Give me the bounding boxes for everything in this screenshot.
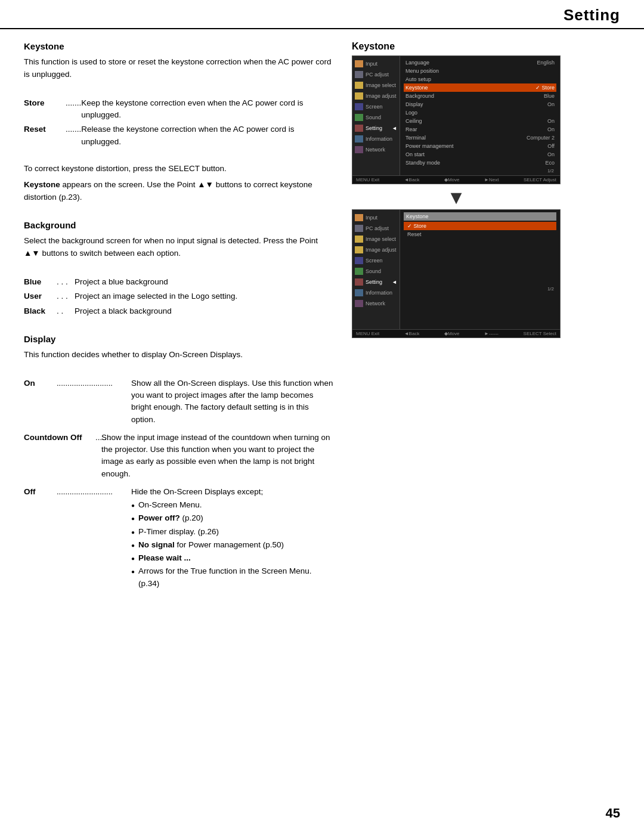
s2-imageselect-icon — [355, 236, 363, 243]
keystone-intro: This function is used to store or reset … — [24, 56, 334, 81]
menu-language: Language English — [404, 58, 556, 67]
network-icon — [355, 146, 363, 153]
s2-setting-icon — [355, 278, 363, 286]
menu-background: Background Blue — [404, 92, 556, 100]
s2-information-icon — [355, 289, 363, 296]
sidebar-sound: Sound — [352, 112, 400, 123]
menu-autosetup: Auto setup — [404, 75, 556, 83]
bg-blue-dots: . . . — [57, 276, 75, 288]
s2-status-exit: MENU Exit — [356, 331, 379, 336]
reset-label: Reset — [24, 123, 66, 148]
sidebar2-sound: Sound — [352, 266, 400, 277]
page-header: Setting — [0, 0, 644, 29]
keystone-reset-item: Reset ....... Release the keystone corre… — [24, 123, 334, 148]
ui-screen-1: Input PC adjust Image select Image adjus… — [352, 55, 561, 184]
keystone-para2-rest: appears on the screen. Use the Point ▲▼ … — [24, 180, 312, 202]
s2-imageadjust-icon — [355, 246, 363, 253]
s2-pcadjust-icon — [355, 225, 363, 232]
keystone-para2: Keystone appears on the screen. Use the … — [24, 179, 334, 204]
store-text: Keep the keystone correction even when t… — [81, 97, 334, 122]
s2-status-next: ►------ — [484, 331, 499, 336]
imageselect-icon — [355, 82, 363, 89]
bg-black-dots: . . — [57, 305, 75, 317]
sound-icon — [355, 114, 363, 121]
sidebar-network: Network — [352, 144, 400, 155]
background-intro: Select the background screen for when no… — [24, 235, 334, 260]
left-column: Keystone This function is used to store … — [24, 41, 334, 608]
menu-powermgmt: Power management Off — [404, 142, 556, 150]
ui-main-panel-1: Language English Menu position Auto setu… — [400, 56, 560, 175]
menu-display: Display On — [404, 100, 556, 109]
pcadjust-icon — [355, 71, 363, 78]
bullet-nosignal: No signal for Power management (p.50) — [131, 539, 334, 551]
sidebar2-imageselect: Image select — [352, 234, 400, 244]
keystone-store-item: Store ....... Keep the keystone correcti… — [24, 97, 334, 122]
bg-blue-label: Blue — [24, 276, 57, 288]
bg-black-item: Black . . Project a black background — [24, 305, 334, 317]
bullet-pleasewait: Please wait ... — [131, 552, 334, 564]
s2-input-icon — [355, 214, 363, 221]
setting-icon — [355, 125, 363, 132]
status-adjust: SELECT Adjust — [524, 177, 556, 182]
sidebar-input-label: Input — [366, 61, 377, 67]
s2-status-move: ◆Move — [444, 331, 460, 336]
sidebar2-pcadjust: PC adjust — [352, 223, 400, 234]
sidebar-pcadjust-label: PC adjust — [366, 72, 389, 78]
submenu-reset: Reset — [404, 230, 556, 239]
submenu-title: Keystone — [404, 212, 556, 221]
background-title: Background — [24, 220, 334, 230]
input-icon — [355, 60, 363, 67]
sidebar2-information: Information — [352, 287, 400, 298]
bg-blue-text: Project a blue background — [75, 276, 168, 288]
ui-sidebar-2: Input PC adjust Image select Image adjus… — [352, 210, 400, 329]
keystone-para1: To correct keystone distortion, press th… — [24, 163, 334, 175]
screen1-pagenum: 1/2 — [404, 168, 556, 174]
s2-status-back: ◄Back — [404, 331, 420, 336]
sidebar-network-label: Network — [366, 147, 385, 153]
display-off-item: Off .......................... Hide the … — [24, 486, 334, 591]
menu-keystone: Keystone ✓ Store — [404, 83, 556, 92]
display-bullets: On-Screen Menu. Power off? (p.20) P-Time… — [131, 499, 334, 590]
bg-user-text: Project an image selected in the Logo se… — [75, 290, 237, 302]
bg-black-label: Black — [24, 305, 57, 317]
status-next: ►Next — [484, 177, 499, 182]
ui-statusbar-2: MENU Exit ◄Back ◆Move ►------ SELECT Sel… — [352, 329, 560, 337]
sidebar-imageselect: Image select — [352, 80, 400, 91]
display-countdown-label: Countdown Off — [24, 432, 95, 480]
menu-logo: Logo — [404, 109, 556, 117]
bullet-ptimer: P-Timer display. (p.26) — [131, 526, 334, 538]
setting-arrow: ◄ — [392, 125, 397, 131]
sidebar2-network: Network — [352, 298, 400, 309]
sidebar-imageadjust: Image adjust — [352, 91, 400, 101]
bg-blue-item: Blue . . . Project a blue background — [24, 276, 334, 288]
keystone-title: Keystone — [24, 41, 334, 51]
sidebar-information-label: Information — [366, 136, 392, 142]
display-off-text: Hide the On-Screen Displays except; — [131, 487, 263, 496]
ui-screen-2: Input PC adjust Image select Image adjus… — [352, 209, 561, 338]
sidebar-screen-label: Screen — [366, 104, 383, 110]
menu-ceiling: Ceiling On — [404, 117, 556, 125]
bg-user-item: User . . . Project an image selected in … — [24, 290, 334, 302]
screen-icon — [355, 103, 363, 110]
reset-text: Release the keystone correction when the… — [81, 123, 334, 148]
store-dots: ....... — [66, 97, 81, 122]
display-off-label: Off — [24, 486, 57, 591]
menu-terminal: Terminal Computer 2 — [404, 134, 556, 142]
s2-sound-icon — [355, 268, 363, 275]
sidebar-setting-label: Setting — [366, 125, 382, 131]
sidebar-pcadjust: PC adjust — [352, 69, 400, 80]
background-section: Background Select the background screen … — [24, 220, 334, 317]
sidebar2-input: Input — [352, 212, 400, 223]
bg-user-label: User — [24, 290, 57, 302]
ui-sidebar-1: Input PC adjust Image select Image adjus… — [352, 56, 400, 175]
sidebar-imageselect-label: Image select — [366, 82, 396, 88]
store-label: Store — [24, 97, 66, 122]
page-title: Setting — [24, 6, 620, 24]
display-on-dots: .......................... — [57, 377, 131, 426]
s2-network-icon — [355, 300, 363, 307]
display-on-label: On — [24, 377, 57, 426]
bullet-arrows: Arrows for the True function in the Scre… — [131, 565, 334, 590]
sidebar-setting: Setting ◄ — [352, 123, 400, 134]
bg-user-dots: . . . — [57, 290, 75, 302]
s2-screen-icon — [355, 257, 363, 264]
